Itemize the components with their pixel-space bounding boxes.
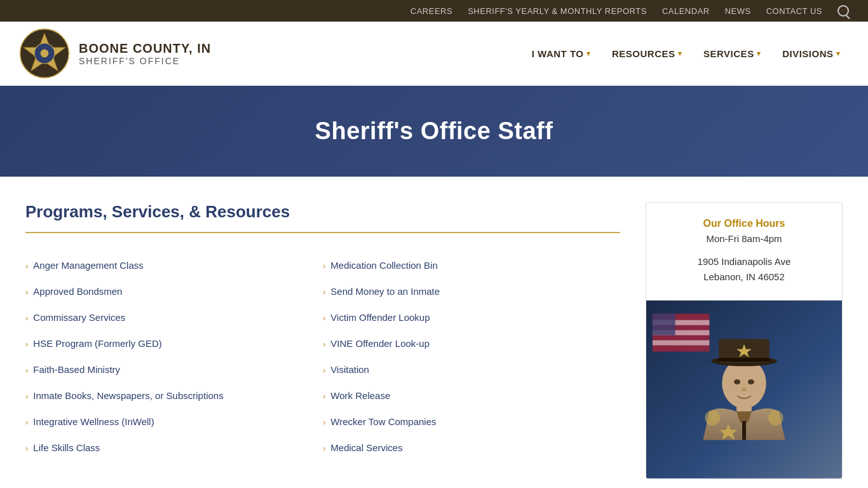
svg-point-16 xyxy=(734,379,740,384)
logo-link[interactable]: BOONE COUNTY, IN SHERIFF'S OFFICE xyxy=(19,28,211,79)
logo-title: BOONE COUNTY, IN xyxy=(79,41,211,56)
logo-text: BOONE COUNTY, IN SHERIFF'S OFFICE xyxy=(79,41,211,66)
chevron-down-icon: ▾ xyxy=(678,50,682,58)
search-icon[interactable] xyxy=(837,5,849,17)
nav-item-divisions[interactable]: DIVISIONS ▾ xyxy=(773,43,849,64)
chevron-right-icon: › xyxy=(25,339,28,349)
program-col-left: › Anger Management Class › Approved Bond… xyxy=(25,252,323,461)
hours-title: Our Office Hours xyxy=(661,218,827,229)
chevron-right-icon: › xyxy=(25,391,28,401)
top-bar: CAREERS SHERIFF'S YEARLY & MONTHLY REPOR… xyxy=(0,0,868,22)
svg-point-18 xyxy=(742,388,747,391)
sheriff-badge-icon xyxy=(19,28,70,79)
link-approved-bondsmen[interactable]: › Approved Bondsmen xyxy=(25,278,323,304)
chevron-right-icon: › xyxy=(25,261,28,271)
topbar-link-contact[interactable]: CONTACT US xyxy=(766,6,822,16)
content-area: Programs, Services, & Resources › Anger … xyxy=(0,177,868,488)
chevron-right-icon: › xyxy=(323,339,325,349)
link-send-money[interactable]: › Send Money to an Inmate xyxy=(323,278,620,304)
link-medical-services[interactable]: › Medical Services xyxy=(323,435,620,461)
link-life-skills[interactable]: › Life Skills Class xyxy=(25,435,323,461)
svg-point-3 xyxy=(41,50,49,58)
nav-items: I WANT TO ▾ RESOURCES ▾ SERVICES ▾ DIVIS… xyxy=(523,43,849,64)
chevron-right-icon: › xyxy=(323,313,325,323)
nav-item-i-want-to[interactable]: I WANT TO ▾ xyxy=(523,43,599,64)
chevron-right-icon: › xyxy=(323,365,325,375)
chevron-down-icon: ▾ xyxy=(757,50,761,58)
chevron-right-icon: › xyxy=(323,444,325,453)
hours-text: Mon-Fri 8am-4pm xyxy=(661,233,827,244)
link-medication-bin[interactable]: › Medication Collection Bin xyxy=(323,252,620,278)
svg-point-22 xyxy=(768,410,783,426)
svg-point-17 xyxy=(748,379,754,384)
chevron-right-icon: › xyxy=(25,287,28,297)
topbar-link-careers[interactable]: CAREERS xyxy=(410,6,452,16)
topbar-link-news[interactable]: NEWS xyxy=(725,6,751,16)
chevron-right-icon: › xyxy=(323,417,325,427)
link-inmate-books[interactable]: › Inmate Books, Newspapers, or Subscript… xyxy=(25,383,323,409)
link-faith-ministry[interactable]: › Faith-Based Ministry xyxy=(25,356,323,383)
chevron-right-icon: › xyxy=(323,261,325,271)
chevron-right-icon: › xyxy=(25,365,28,375)
svg-point-21 xyxy=(705,410,720,426)
nav-item-resources[interactable]: RESOURCES ▾ xyxy=(603,43,691,64)
link-visitation[interactable]: › Visitation xyxy=(323,356,620,383)
link-commissary[interactable]: › Commissary Services xyxy=(25,304,323,330)
svg-rect-19 xyxy=(742,421,746,440)
chevron-down-icon: ▾ xyxy=(587,50,591,58)
link-work-release[interactable]: › Work Release xyxy=(323,383,620,409)
page-title: Sheriff's Office Staff xyxy=(19,118,849,145)
svg-rect-8 xyxy=(653,341,709,346)
divider xyxy=(25,232,620,233)
link-victim-offender[interactable]: › Victim Offender Lookup xyxy=(323,304,620,330)
address-text: 1905 Indianapolis Ave Lebanon, IN 46052 xyxy=(661,254,827,285)
info-card: Our Office Hours Mon-Fri 8am-4pm 1905 In… xyxy=(646,202,843,479)
topbar-link-calendar[interactable]: CALENDAR xyxy=(662,6,710,16)
programs-grid: › Anger Management Class › Approved Bond… xyxy=(25,252,620,461)
program-col-right: › Medication Collection Bin › Send Money… xyxy=(323,252,620,461)
link-integrative-wellness[interactable]: › Integrative Wellness (InWell) xyxy=(25,409,323,435)
chevron-right-icon: › xyxy=(25,313,28,323)
main-content: Programs, Services, & Resources › Anger … xyxy=(25,202,620,479)
chevron-right-icon: › xyxy=(323,287,325,297)
chevron-right-icon: › xyxy=(25,444,28,453)
sheriff-portrait xyxy=(646,301,842,478)
link-wrecker-tow[interactable]: › Wrecker Tow Companies xyxy=(323,409,620,435)
link-anger-management[interactable]: › Anger Management Class xyxy=(25,252,323,278)
nav-item-services[interactable]: SERVICES ▾ xyxy=(695,43,770,64)
sidebar: Our Office Hours Mon-Fri 8am-4pm 1905 In… xyxy=(646,202,843,479)
main-nav: BOONE COUNTY, IN SHERIFF'S OFFICE I WANT… xyxy=(0,22,868,86)
sheriff-photo xyxy=(646,301,842,478)
link-hse-program[interactable]: › HSE Program (Formerly GED) xyxy=(25,330,323,356)
chevron-right-icon: › xyxy=(25,417,28,427)
chevron-down-icon: ▾ xyxy=(836,50,841,58)
chevron-right-icon: › xyxy=(323,391,325,401)
topbar-link-reports[interactable]: SHERIFF'S YEARLY & MONTHLY REPORTS xyxy=(468,6,647,16)
section-title: Programs, Services, & Resources xyxy=(25,202,620,222)
svg-rect-9 xyxy=(653,314,675,336)
hero-banner: Sheriff's Office Staff xyxy=(0,86,868,177)
link-vine-offender[interactable]: › VINE Offender Look-up xyxy=(323,330,620,356)
logo-subtitle: SHERIFF'S OFFICE xyxy=(79,56,211,66)
svg-rect-14 xyxy=(719,358,769,362)
hours-section: Our Office Hours Mon-Fri 8am-4pm 1905 In… xyxy=(646,203,842,301)
